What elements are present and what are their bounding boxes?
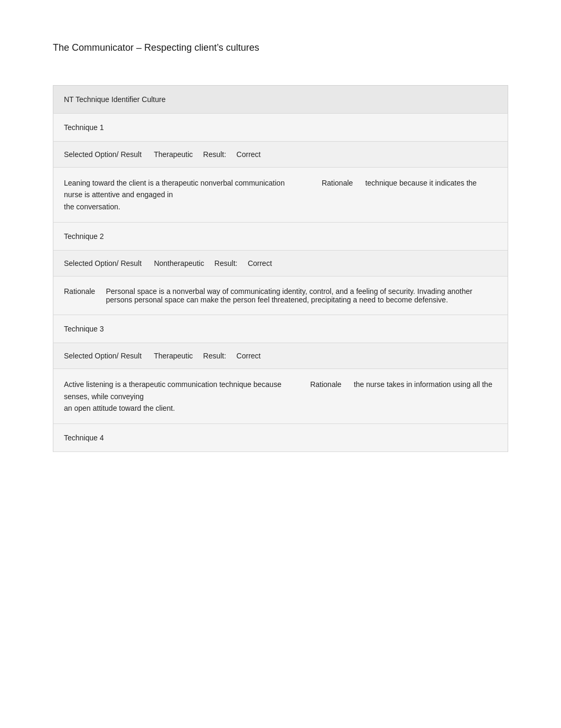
selected-option-label: Selected Option/ Result bbox=[64, 259, 142, 268]
table-header-row: NT Technique Identifier Culture bbox=[53, 86, 508, 114]
rationale-extra: an open attitude toward the client. bbox=[64, 404, 175, 412]
rationale-body-text: Active listening is a therapeutic commun… bbox=[64, 380, 282, 389]
selected-option-label: Selected Option/ Result bbox=[64, 352, 142, 360]
rationale-text-cell: Personal space is a nonverbal way of com… bbox=[96, 277, 508, 315]
rationale-cell: Leaning toward the client is a therapeut… bbox=[53, 168, 508, 223]
table-row: Selected Option/ Result Therapeutic Resu… bbox=[53, 142, 508, 168]
rationale-label: Rationale bbox=[310, 380, 341, 389]
rationale-label: Rationale bbox=[322, 179, 353, 187]
table-row: Technique 1 bbox=[53, 114, 508, 142]
technique-type: Therapeutic bbox=[154, 150, 193, 159]
table-row: Technique 3 bbox=[53, 315, 508, 343]
rationale-cell: Active listening is a therapeutic commun… bbox=[53, 369, 508, 424]
main-table: NT Technique Identifier Culture Techniqu… bbox=[53, 85, 508, 452]
technique-label: Technique 4 bbox=[53, 424, 508, 452]
selected-option-cell: Selected Option/ Result Nontherapeutic R… bbox=[53, 251, 508, 277]
table-row: Selected Option/ Result Nontherapeutic R… bbox=[53, 251, 508, 277]
rationale-body-text: Leaning toward the client is a therapeut… bbox=[64, 179, 285, 187]
selected-option-label: Selected Option/ Result bbox=[64, 150, 142, 159]
technique-label: Technique 3 bbox=[53, 315, 508, 343]
result-value: Correct bbox=[237, 352, 261, 360]
table-row: Leaning toward the client is a therapeut… bbox=[53, 168, 508, 223]
rationale-label: Rationale bbox=[64, 287, 95, 296]
table-row: Selected Option/ Result Therapeutic Resu… bbox=[53, 343, 508, 369]
selected-option-cell: Selected Option/ Result Therapeutic Resu… bbox=[53, 343, 508, 369]
page-title: The Communicator – Respecting client’s c… bbox=[53, 42, 508, 53]
result-label: Result: bbox=[203, 352, 227, 360]
result-label: Result: bbox=[214, 259, 238, 268]
technique-label: Technique 1 bbox=[53, 114, 508, 142]
table-row: Rationale Personal space is a nonverbal … bbox=[53, 277, 508, 315]
technique-label: Technique 2 bbox=[53, 223, 508, 251]
technique-type: Therapeutic bbox=[154, 352, 193, 360]
result-label: Result: bbox=[203, 150, 227, 159]
rationale-body-text: Personal space is a nonverbal way of com… bbox=[106, 287, 473, 304]
table-row: Technique 2 bbox=[53, 223, 508, 251]
technique-type: Nontherapeutic bbox=[154, 259, 204, 268]
rationale-label-cell: Rationale bbox=[53, 277, 96, 315]
selected-option-cell: Selected Option/ Result Therapeutic Resu… bbox=[53, 142, 508, 168]
result-value: Correct bbox=[248, 259, 272, 268]
table-row: Active listening is a therapeutic commun… bbox=[53, 369, 508, 424]
result-value: Correct bbox=[237, 150, 261, 159]
table-row: Technique 4 bbox=[53, 424, 508, 452]
table-header-cell: NT Technique Identifier Culture bbox=[53, 86, 508, 114]
rationale-extra: the conversation. bbox=[64, 202, 120, 211]
